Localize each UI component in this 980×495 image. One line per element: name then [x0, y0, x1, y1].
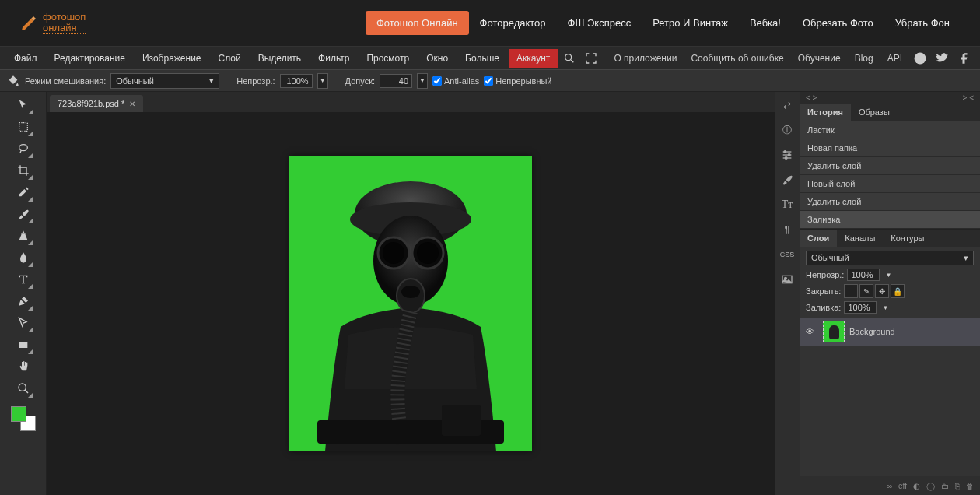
menu-image[interactable]: Изображение	[135, 49, 209, 68]
sliders-icon[interactable]	[779, 146, 796, 163]
move-tool[interactable]	[13, 95, 33, 115]
link-layers-icon[interactable]: ∞	[887, 482, 892, 490]
menu-more[interactable]: Больше	[457, 49, 507, 68]
color-swatches[interactable]	[11, 406, 36, 431]
canvas[interactable]	[289, 156, 532, 451]
layer-name[interactable]: Background	[849, 327, 895, 336]
layer-tabs: Слои Каналы Контуры	[800, 229, 980, 248]
nav-photoeditor[interactable]: Фоторедактор	[469, 11, 557, 35]
history-item[interactable]: Новый слой	[800, 175, 980, 193]
collapse-right-icon[interactable]: > <	[963, 93, 974, 102]
menu-edit[interactable]: Редактирование	[47, 49, 133, 68]
report-link[interactable]: Сообщить об ошибке	[684, 49, 789, 68]
blur-tool[interactable]	[13, 248, 33, 268]
bucket-tool-icon	[6, 74, 20, 88]
image-panel-icon[interactable]	[779, 271, 796, 288]
menu-layer[interactable]: Слой	[211, 49, 249, 68]
menu-account[interactable]: Аккаунт	[509, 49, 558, 68]
lock-all-icon[interactable]: 🔒	[891, 284, 905, 298]
history-item[interactable]: Заливка	[800, 211, 980, 229]
type-panel-icon[interactable]: Tт	[779, 196, 796, 213]
lock-pixels-icon[interactable]: ✎	[859, 284, 873, 298]
tab-channels[interactable]: Каналы	[837, 230, 883, 247]
adjustment-icon[interactable]: ◐	[913, 482, 920, 490]
svg-point-22	[784, 151, 786, 153]
tab-paths[interactable]: Контуры	[883, 230, 932, 247]
visibility-icon[interactable]: 👁	[806, 327, 818, 336]
lasso-tool[interactable]	[13, 139, 33, 159]
hand-tool[interactable]	[13, 356, 33, 377]
layer-blend-select[interactable]: Обычный▾	[806, 251, 974, 265]
new-layer-icon[interactable]: ⎘	[955, 482, 960, 490]
facebook-icon[interactable]	[954, 48, 974, 68]
tolerance-arrow[interactable]: ▼	[417, 73, 428, 89]
paragraph-icon[interactable]: ¶	[779, 221, 796, 238]
lock-transparency-icon[interactable]	[844, 284, 858, 298]
document-tab[interactable]: 723a8f921b.psd * ✕	[50, 95, 143, 112]
tab-comps[interactable]: Образы	[851, 104, 898, 121]
delete-layer-icon[interactable]: 🗑	[966, 482, 974, 490]
opacity-arrow[interactable]: ▼	[317, 73, 328, 89]
nav-photoshop-online[interactable]: Фотошоп Онлайн	[366, 11, 469, 35]
shape-tool[interactable]	[13, 335, 33, 355]
path-select-tool[interactable]	[13, 313, 33, 333]
layer-opacity-arrow[interactable]: ▼	[883, 272, 894, 279]
contiguous-checkbox[interactable]: Непрерывный	[484, 76, 551, 86]
zoom-tool[interactable]	[13, 378, 33, 398]
layer-thumbnail[interactable]	[823, 321, 845, 342]
eyedropper-tool[interactable]	[13, 182, 33, 202]
crop-tool[interactable]	[13, 160, 33, 181]
tab-layers[interactable]: Слои	[800, 230, 837, 247]
menu-filter[interactable]: Фильтр	[310, 49, 357, 68]
blog-link[interactable]: Blog	[849, 49, 880, 68]
fullscreen-icon[interactable]	[581, 48, 601, 68]
menu-view[interactable]: Просмотр	[359, 49, 417, 68]
about-link[interactable]: О приложении	[607, 49, 683, 68]
history-item[interactable]: Новая папка	[800, 139, 980, 157]
foreground-color[interactable]	[11, 406, 26, 422]
history-item[interactable]: Удалить слой	[800, 193, 980, 211]
info-icon[interactable]: ⓘ	[779, 121, 796, 139]
brush-tool[interactable]	[13, 204, 33, 224]
close-icon[interactable]: ✕	[129, 100, 135, 108]
tolerance-input[interactable]: 40	[380, 74, 412, 88]
antialias-checkbox[interactable]: Anti-alias	[432, 76, 479, 86]
folder-icon[interactable]: 🗀	[941, 482, 949, 490]
mask-icon[interactable]: ◯	[926, 482, 935, 490]
swap-panels-icon[interactable]: ⇄	[779, 97, 796, 114]
pen-tool[interactable]	[13, 291, 33, 311]
tab-history[interactable]: История	[800, 104, 851, 121]
nav-express[interactable]: ФШ Экспресс	[557, 11, 642, 35]
nav-crop[interactable]: Обрезать Фото	[792, 11, 884, 35]
svg-rect-3	[19, 123, 27, 132]
collapse-left-icon[interactable]: < >	[806, 93, 817, 102]
layer-item[interactable]: 👁 Background	[800, 317, 980, 346]
layer-fill-input[interactable]: 100%	[844, 301, 877, 314]
layer-fill-arrow[interactable]: ▼	[880, 304, 891, 311]
menu-window[interactable]: Окно	[418, 49, 456, 68]
menu-file[interactable]: Файл	[6, 49, 45, 68]
nav-retro[interactable]: Ретро И Винтаж	[642, 11, 739, 35]
effects-icon[interactable]: eff	[898, 482, 907, 490]
twitter-icon[interactable]	[932, 48, 952, 68]
nav-removebg[interactable]: Убрать Фон	[884, 11, 961, 35]
nav-webcam[interactable]: Вебка!	[739, 11, 792, 35]
learn-link[interactable]: Обучение	[792, 49, 847, 68]
layer-opacity-input[interactable]: 100%	[847, 269, 880, 281]
brush-panel-icon[interactable]	[779, 171, 796, 188]
lock-position-icon[interactable]: ✥	[875, 284, 889, 298]
search-icon[interactable]	[559, 48, 579, 68]
history-item[interactable]: Удалить слой	[800, 157, 980, 175]
api-link[interactable]: API	[881, 49, 908, 68]
canvas-area[interactable]	[47, 112, 775, 495]
logo[interactable]: фотошоп онлайн	[19, 12, 86, 35]
menu-select[interactable]: Выделить	[250, 49, 309, 68]
opacity-input[interactable]: 100%	[280, 74, 313, 88]
reddit-icon[interactable]	[910, 48, 930, 68]
marquee-tool[interactable]	[13, 117, 33, 137]
blend-mode-select[interactable]: Обычный▾	[110, 73, 219, 89]
css-icon[interactable]: CSS	[779, 246, 796, 263]
history-item[interactable]: Ластик	[800, 121, 980, 139]
clone-tool[interactable]	[13, 226, 33, 246]
type-tool[interactable]	[13, 269, 33, 290]
